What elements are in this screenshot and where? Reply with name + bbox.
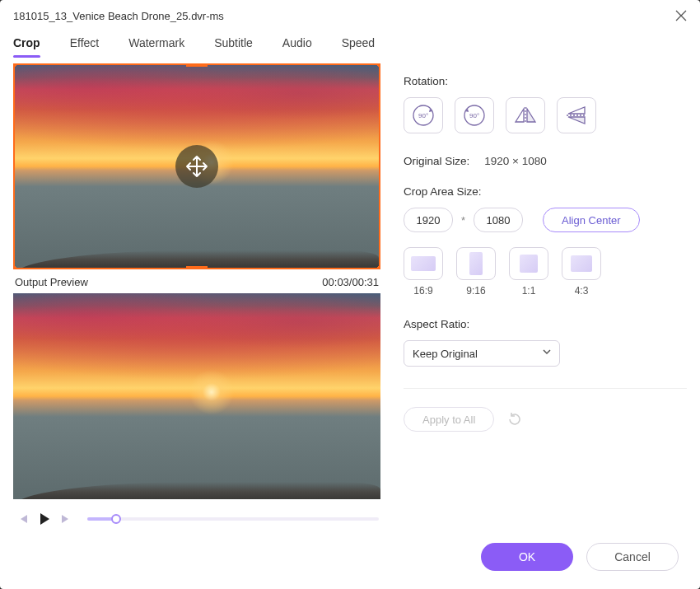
original-size-row: Original Size: 1920 × 1080 <box>404 155 687 167</box>
play-icon <box>38 512 51 526</box>
tab-crop[interactable]: Crop <box>13 31 40 58</box>
aspect-ratio-select-wrap: Keep Original <box>404 340 560 367</box>
output-preview <box>13 293 380 499</box>
crop-handle-top-right[interactable] <box>369 63 380 75</box>
crop-handle-bottom-left[interactable] <box>13 258 25 269</box>
aspect-ratio-presets: 16:9 9:16 1:1 4:3 <box>404 247 687 297</box>
rotate-cw-button[interactable]: 90° <box>404 97 443 133</box>
tabs: Crop Effect Watermark Subtitle Audio Spe… <box>0 31 700 58</box>
aspect-1-1-button[interactable]: 1:1 <box>509 247 548 297</box>
aspect-16-9-icon <box>404 247 443 280</box>
aspect-9-16-label: 9:16 <box>466 285 485 297</box>
rotate-cw-90-icon: 90° <box>410 103 436 128</box>
flip-vertical-button[interactable] <box>557 97 596 133</box>
flip-vertical-icon <box>565 105 588 125</box>
ok-button[interactable]: OK <box>481 543 573 571</box>
aspect-16-9-label: 16:9 <box>413 285 432 297</box>
aspect-9-16-button[interactable]: 9:16 <box>456 247 496 297</box>
output-preview-label: Output Preview <box>15 276 88 288</box>
titlebar: 181015_13_Venice Beach Drone_25.dvr-ms <box>0 0 700 31</box>
apply-to-all-button[interactable]: Apply to All <box>404 407 494 432</box>
apply-row: Apply to All <box>404 407 687 432</box>
settings-column: Rotation: 90° 90° Original Size: 1920 × … <box>404 63 687 528</box>
original-size-value: 1920 × 1080 <box>484 155 546 167</box>
preview-info-bar: Output Preview 00:03/00:31 <box>13 269 380 293</box>
crop-height-input[interactable] <box>474 208 523 232</box>
step-forward-icon <box>60 513 72 525</box>
timecode: 00:03/00:31 <box>322 276 379 288</box>
svg-text:90°: 90° <box>418 112 428 119</box>
preview-column: Output Preview 00:03/00:31 <box>13 63 380 528</box>
crop-size-row: * Align Center <box>404 208 687 232</box>
close-button[interactable] <box>674 8 688 23</box>
crop-width-input[interactable] <box>404 208 453 232</box>
rotate-ccw-90-icon: 90° <box>461 103 488 128</box>
aspect-1-1-icon <box>509 247 548 280</box>
playback-controls <box>13 499 380 527</box>
tab-audio[interactable]: Audio <box>282 31 312 58</box>
output-frame <box>13 293 380 499</box>
aspect-16-9-button[interactable]: 16:9 <box>404 247 443 297</box>
crop-handle-top-left[interactable] <box>13 63 25 75</box>
seek-thumb[interactable] <box>111 514 121 524</box>
crop-preview[interactable] <box>13 63 380 269</box>
cancel-button[interactable]: Cancel <box>586 543 679 571</box>
crop-area-label: Crop Area Size: <box>404 185 687 198</box>
aspect-1-1-label: 1:1 <box>522 285 536 297</box>
step-back-icon <box>17 513 29 525</box>
rotation-buttons: 90° 90° <box>404 97 687 133</box>
crop-handle-bottom[interactable] <box>186 266 208 269</box>
tab-watermark[interactable]: Watermark <box>128 31 184 58</box>
aspect-4-3-label: 4:3 <box>575 285 589 297</box>
multiply-symbol: * <box>461 214 465 227</box>
prev-frame-button[interactable] <box>15 511 31 527</box>
divider <box>404 388 687 389</box>
svg-text:90°: 90° <box>469 112 479 119</box>
move-icon <box>184 154 209 179</box>
flip-horizontal-icon <box>514 105 537 125</box>
aspect-9-16-icon <box>456 247 496 280</box>
tab-subtitle[interactable]: Subtitle <box>214 31 253 58</box>
close-icon <box>675 10 687 21</box>
crop-handle-bottom-right[interactable] <box>369 258 380 269</box>
play-button[interactable] <box>36 511 53 527</box>
original-size-label: Original Size: <box>404 155 469 167</box>
tab-speed[interactable]: Speed <box>342 31 375 58</box>
flip-horizontal-button[interactable] <box>506 97 545 133</box>
aspect-4-3-icon <box>562 247 601 280</box>
crop-handle-top[interactable] <box>186 63 208 67</box>
aspect-4-3-button[interactable]: 4:3 <box>562 247 601 297</box>
aspect-ratio-label: Aspect Ratio: <box>404 318 687 330</box>
rotation-label: Rotation: <box>404 75 687 87</box>
reset-icon[interactable] <box>507 412 522 427</box>
video-edit-dialog: 181015_13_Venice Beach Drone_25.dvr-ms C… <box>0 0 700 589</box>
dialog-footer: OK Cancel <box>0 528 700 589</box>
seek-track[interactable] <box>87 517 379 521</box>
aspect-ratio-select[interactable]: Keep Original <box>404 340 560 367</box>
next-frame-button[interactable] <box>58 511 74 527</box>
tab-effect[interactable]: Effect <box>70 31 100 58</box>
rotate-ccw-button[interactable]: 90° <box>455 97 494 133</box>
move-crop-control[interactable] <box>175 145 218 188</box>
window-title: 181015_13_Venice Beach Drone_25.dvr-ms <box>13 10 224 22</box>
align-center-button[interactable]: Align Center <box>543 208 640 232</box>
